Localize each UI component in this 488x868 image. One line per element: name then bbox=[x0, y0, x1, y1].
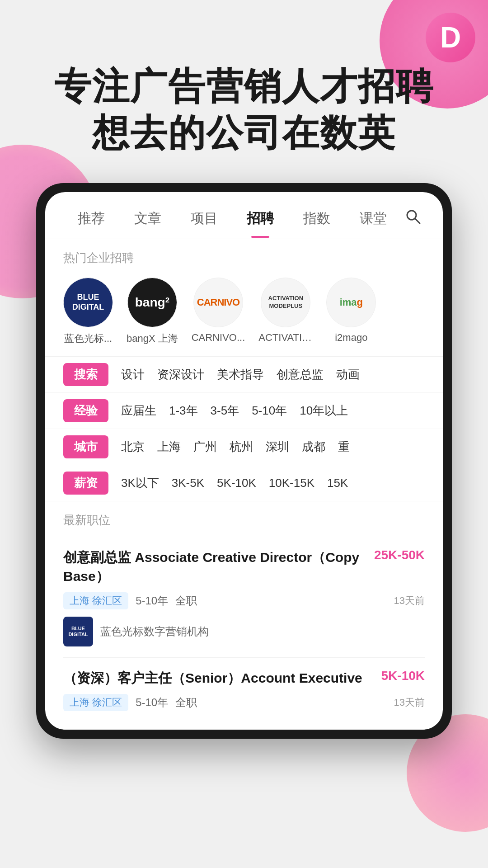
filter-tag-animation[interactable]: 动画 bbox=[336, 367, 360, 382]
company-logo-activation: ACTIVATIONMODEPLUS bbox=[261, 278, 310, 327]
filter-tag-hangzhou[interactable]: 杭州 bbox=[230, 439, 253, 455]
filter-badge-search[interactable]: 搜索 bbox=[63, 363, 108, 386]
filter-badge-salary[interactable]: 薪资 bbox=[63, 472, 108, 495]
latest-jobs-section: 最新职位 创意副总监 Associate Creative Director（C… bbox=[45, 501, 443, 730]
filter-row-search: 搜索 设计 资深设计 美术指导 创意总监 动画 bbox=[45, 357, 443, 393]
hero-section: 专注广告营销人才招聘 想去的公司在数英 bbox=[0, 0, 488, 183]
phone-mockup: 推荐 文章 项目 招聘 指数 课堂 热门企业招聘 bbox=[36, 183, 452, 739]
job-card-2-type: 全职 bbox=[175, 695, 197, 710]
filter-tag-fresh[interactable]: 应届生 bbox=[121, 403, 156, 419]
latest-jobs-title: 最新职位 bbox=[63, 512, 425, 528]
filter-tag-senior-design[interactable]: 资深设计 bbox=[157, 367, 204, 382]
job-card-2-time: 13天前 bbox=[394, 696, 425, 709]
company-item-blue-digital[interactable]: BLUEDIGITAL 蓝色光标... bbox=[63, 278, 113, 345]
app-navbar: 推荐 文章 项目 招聘 指数 课堂 bbox=[45, 192, 443, 239]
company-logo-carnivo: CARNIVO bbox=[193, 278, 243, 327]
job-card-1-company: BLUEDIGITAL 蓝色光标数字营销机构 bbox=[63, 617, 425, 646]
hot-companies-label: 热门企业招聘 bbox=[45, 239, 443, 273]
filter-tag-design[interactable]: 设计 bbox=[121, 367, 145, 382]
company-name-i2mago: i2mago bbox=[335, 332, 367, 344]
nav-item-course[interactable]: 课堂 bbox=[345, 206, 401, 231]
filter-row-salary: 薪资 3K以下 3K-5K 5K-10K 10K-15K 15K bbox=[45, 465, 443, 501]
nav-item-index[interactable]: 指数 bbox=[289, 206, 345, 231]
job-card-2-header: （资深）客户主任（Senior）Account Executive 5K-10K bbox=[63, 669, 425, 688]
job-card-1-salary: 25K-50K bbox=[374, 548, 425, 562]
app-logo: D bbox=[426, 13, 475, 62]
company-item-carnivo[interactable]: CARNIVO CARNIVO... bbox=[192, 278, 245, 345]
phone-frame: 推荐 文章 项目 招聘 指数 课堂 热门企业招聘 bbox=[36, 183, 452, 739]
job-card-2-title: （资深）客户主任（Senior）Account Executive bbox=[63, 669, 374, 688]
filter-section: 搜索 设计 资深设计 美术指导 创意总监 动画 经验 应届生 1-3年 3-5年… bbox=[45, 356, 443, 501]
company-logo-blue-digital: BLUEDIGITAL bbox=[63, 278, 113, 327]
filter-tag-guangzhou[interactable]: 广州 bbox=[193, 439, 217, 455]
company-name-bangx: bangX 上海 bbox=[127, 332, 178, 345]
company-item-bangx[interactable]: bang² bangX 上海 bbox=[127, 278, 178, 345]
svg-line-1 bbox=[415, 219, 420, 223]
nav-item-project[interactable]: 项目 bbox=[176, 206, 232, 231]
filter-tag-more-city[interactable]: 重 bbox=[338, 439, 350, 455]
job-card-1-title: 创意副总监 Associate Creative Director（Copy B… bbox=[63, 548, 367, 586]
job-card-1-company-logo: BLUEDIGITAL bbox=[63, 617, 93, 646]
job-card-2[interactable]: （资深）客户主任（Senior）Account Executive 5K-10K… bbox=[63, 658, 425, 730]
job-card-1-location: 上海 徐汇区 bbox=[63, 592, 128, 609]
hero-line2: 想去的公司在数英 bbox=[27, 110, 461, 156]
job-card-2-location: 上海 徐汇区 bbox=[63, 694, 128, 711]
phone-screen: 推荐 文章 项目 招聘 指数 课堂 热门企业招聘 bbox=[45, 192, 443, 730]
filter-tag-5-10[interactable]: 5-10年 bbox=[252, 403, 287, 419]
filter-tag-5k-10k[interactable]: 5K-10K bbox=[217, 476, 256, 490]
filter-tag-chengdu[interactable]: 成都 bbox=[302, 439, 325, 455]
company-name-carnivo: CARNIVO... bbox=[192, 332, 245, 344]
company-logo-i2mago: imag bbox=[326, 278, 376, 327]
companies-scroll: BLUEDIGITAL 蓝色光标... bang² bangX 上海 CARNI… bbox=[45, 273, 443, 356]
company-item-activation[interactable]: ACTIVATIONMODEPLUS ACTIVATIO... bbox=[258, 278, 313, 345]
search-icon[interactable] bbox=[401, 205, 425, 232]
logo-letter: D bbox=[440, 23, 461, 52]
filter-row-experience: 经验 应届生 1-3年 3-5年 5-10年 10年以上 bbox=[45, 393, 443, 429]
nav-item-jobs[interactable]: 招聘 bbox=[232, 206, 289, 231]
job-card-2-salary: 5K-10K bbox=[381, 669, 425, 683]
filter-tag-1-3[interactable]: 1-3年 bbox=[169, 403, 198, 419]
filter-tag-beijing[interactable]: 北京 bbox=[121, 439, 145, 455]
filter-tag-3k-5k[interactable]: 3K-5K bbox=[172, 476, 204, 490]
filter-tag-15k-plus[interactable]: 15K bbox=[327, 476, 348, 490]
job-card-1-header: 创意副总监 Associate Creative Director（Copy B… bbox=[63, 548, 425, 586]
filter-badge-experience[interactable]: 经验 bbox=[63, 399, 108, 422]
job-card-1[interactable]: 创意副总监 Associate Creative Director（Copy B… bbox=[63, 537, 425, 658]
job-card-1-meta: 上海 徐汇区 5-10年 全职 13天前 bbox=[63, 592, 425, 609]
filter-tag-below-3k[interactable]: 3K以下 bbox=[121, 475, 159, 491]
filter-tag-creative-director[interactable]: 创意总监 bbox=[277, 367, 324, 382]
job-card-1-experience: 5-10年 bbox=[136, 594, 168, 608]
filter-tag-shanghai[interactable]: 上海 bbox=[157, 439, 181, 455]
job-card-2-experience: 5-10年 bbox=[136, 695, 168, 710]
filter-row-city: 城市 北京 上海 广州 杭州 深圳 成都 重 bbox=[45, 429, 443, 465]
hero-line1: 专注广告营销人才招聘 bbox=[27, 63, 461, 110]
job-card-1-company-name: 蓝色光标数字营销机构 bbox=[100, 624, 209, 639]
company-logo-bangx: bang² bbox=[127, 278, 177, 327]
filter-tag-art-director[interactable]: 美术指导 bbox=[217, 367, 264, 382]
company-item-i2mago[interactable]: imag i2mago bbox=[326, 278, 376, 345]
nav-item-article[interactable]: 文章 bbox=[120, 206, 176, 231]
filter-tag-10plus[interactable]: 10年以上 bbox=[300, 403, 348, 419]
filter-tag-3-5[interactable]: 3-5年 bbox=[211, 403, 239, 419]
job-card-1-type: 全职 bbox=[175, 594, 197, 608]
job-card-1-time: 13天前 bbox=[394, 594, 425, 608]
filter-badge-city[interactable]: 城市 bbox=[63, 435, 108, 458]
company-name-blue-digital: 蓝色光标... bbox=[64, 332, 112, 345]
nav-item-recommend[interactable]: 推荐 bbox=[63, 206, 120, 231]
hero-title: 专注广告营销人才招聘 想去的公司在数英 bbox=[27, 63, 461, 156]
filter-tag-shenzhen[interactable]: 深圳 bbox=[266, 439, 289, 455]
filter-tag-10k-15k[interactable]: 10K-15K bbox=[269, 476, 314, 490]
company-name-activation: ACTIVATIO... bbox=[258, 332, 313, 344]
job-card-2-meta: 上海 徐汇区 5-10年 全职 13天前 bbox=[63, 694, 425, 711]
